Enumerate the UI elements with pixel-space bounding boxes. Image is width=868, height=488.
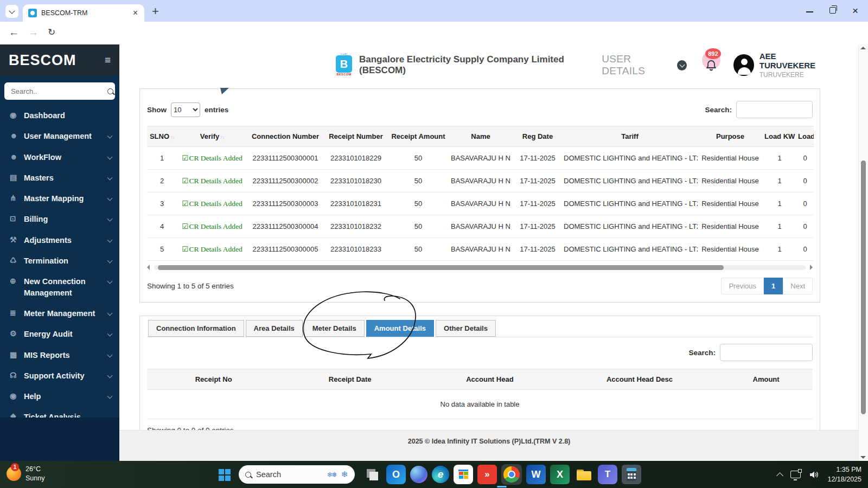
window-minimize-button[interactable] bbox=[806, 11, 813, 12]
sidebar-item-support-activity[interactable]: ☊Support Activity bbox=[0, 365, 119, 386]
user-details-dropdown[interactable]: USER DETAILS bbox=[602, 53, 687, 77]
column-header-receipt-no[interactable]: Receipt No bbox=[147, 369, 280, 390]
new-tab-button[interactable]: + bbox=[152, 4, 159, 18]
teams-icon[interactable]: T bbox=[598, 465, 617, 484]
back-button[interactable]: ← bbox=[9, 27, 19, 38]
column-header-account-head-desc[interactable]: Account Head Desc bbox=[560, 369, 719, 390]
column-header-connection-number[interactable]: Connection Number bbox=[247, 126, 323, 147]
microsoft-store-icon[interactable] bbox=[454, 465, 473, 484]
window-restore-button[interactable] bbox=[829, 7, 836, 14]
chevron-down-icon bbox=[107, 352, 113, 357]
page-size-select[interactable]: 10 bbox=[171, 102, 200, 117]
network-icon[interactable] bbox=[790, 471, 801, 478]
weather-widget[interactable]: 1 26°C Sunny bbox=[7, 465, 44, 483]
sidebar-item-help[interactable]: ◉Help bbox=[0, 386, 119, 407]
reload-button[interactable]: ↻ bbox=[48, 27, 55, 38]
column-header-name[interactable]: Name bbox=[448, 126, 513, 147]
taskbar-search[interactable]: Search ❄❅ ❄ bbox=[239, 465, 355, 484]
column-header-account-head[interactable]: Account Head bbox=[420, 369, 560, 390]
tab-amount-details[interactable]: Amount Details bbox=[366, 320, 434, 337]
column-header-receipt-number[interactable]: Receipt Number bbox=[323, 126, 388, 147]
amount-search-input[interactable] bbox=[720, 344, 813, 361]
column-header-slno[interactable]: SLNO↑↓ bbox=[147, 126, 177, 147]
calculator-icon[interactable] bbox=[622, 465, 641, 484]
outlook-icon[interactable]: O bbox=[386, 465, 406, 484]
dashboard-icon: ◉ bbox=[10, 110, 24, 121]
tab-other-details[interactable]: Other Details bbox=[436, 320, 496, 337]
column-header-amount[interactable]: Amount bbox=[719, 369, 813, 390]
horizontal-scrollbar[interactable] bbox=[147, 264, 813, 271]
sidebar-nav: ◉Dashboard☻User Management☻WorkFlow▤Mast… bbox=[0, 105, 119, 459]
notifications-button[interactable]: 892 bbox=[701, 52, 725, 78]
sidebar-item-termination[interactable]: ♺Termination bbox=[0, 251, 119, 271]
column-header-receipt-amount[interactable]: Receipt Amount bbox=[388, 126, 448, 147]
tray-overflow-icon[interactable] bbox=[777, 472, 784, 479]
sidebar-item-new-connection-management[interactable]: ⊕New Connection Management bbox=[0, 271, 119, 303]
word-icon[interactable]: W bbox=[526, 465, 546, 484]
scroll-left-arrow[interactable] bbox=[147, 265, 150, 270]
sidebar-item-mis-reports[interactable]: ▦MIS Reports bbox=[0, 345, 119, 365]
showing-entries-text: Showing 1 to 5 of 5 entries bbox=[147, 282, 234, 290]
column-header-reg-date[interactable]: Reg Date bbox=[513, 126, 562, 147]
table-row[interactable]: 2☑CR Details Added2233111250030000222331… bbox=[147, 170, 814, 192]
volume-icon[interactable] bbox=[809, 471, 819, 479]
sidebar-item-user-management[interactable]: ☻User Management bbox=[0, 126, 119, 146]
task-view-icon[interactable] bbox=[362, 465, 382, 484]
user-avatar[interactable] bbox=[733, 54, 754, 76]
sidebar-item-billing[interactable]: ⊡Billing bbox=[0, 209, 119, 229]
start-button[interactable] bbox=[219, 469, 231, 481]
vertical-scrollbar-thumb[interactable] bbox=[861, 160, 866, 414]
bescom-logo: ಬವಿಕಂ B BESCOM bbox=[334, 52, 354, 78]
tab-meter-details[interactable]: Meter Details bbox=[304, 320, 365, 337]
sidebar-search[interactable] bbox=[4, 82, 115, 100]
next-page-button[interactable]: Next bbox=[783, 278, 813, 294]
tab-search-button[interactable] bbox=[5, 5, 18, 18]
scroll-up-arrow[interactable] bbox=[860, 47, 866, 49]
clock[interactable]: 1:35 PM 12/18/2025 bbox=[827, 465, 861, 484]
page-1-button[interactable]: 1 bbox=[764, 278, 783, 294]
tab-connection-information[interactable]: Connection Information bbox=[148, 320, 244, 337]
sidebar-item-energy-audit[interactable]: ⚙Energy Audit bbox=[0, 324, 119, 344]
sidebar-item-master-mapping[interactable]: ⋔Master Mapping bbox=[0, 188, 119, 209]
previous-page-button[interactable]: Previous bbox=[721, 278, 764, 294]
sidebar-item-workflow[interactable]: ☻WorkFlow bbox=[0, 147, 119, 168]
excel-icon[interactable]: X bbox=[550, 465, 570, 484]
table-row[interactable]: 3☑CR Details Added2233111250030000322331… bbox=[147, 192, 814, 215]
tab-area-details[interactable]: Area Details bbox=[246, 320, 303, 337]
edge-icon[interactable]: e bbox=[432, 466, 449, 483]
column-header-receipt-date[interactable]: Receipt Date bbox=[280, 369, 420, 390]
sidebar-item-adjustments[interactable]: ⚒Adjustments bbox=[0, 230, 119, 251]
sidebar-search-input[interactable] bbox=[10, 87, 107, 96]
check-icon: ☑ bbox=[182, 200, 188, 208]
table-row[interactable]: 1☑CR Details Added2233111250030000122331… bbox=[147, 147, 814, 170]
forward-button[interactable]: → bbox=[28, 27, 39, 38]
chevron-down-icon bbox=[107, 196, 113, 201]
check-icon: ☑ bbox=[182, 177, 188, 185]
snowflakes-decoration: ❄❅ bbox=[327, 471, 336, 479]
column-header-load-kw[interactable]: Load KW bbox=[763, 126, 796, 147]
column-header-verify[interactable]: Verify↑↓ bbox=[177, 126, 247, 147]
column-header-tariff[interactable]: Tariff bbox=[562, 126, 698, 147]
red-app-icon[interactable]: » bbox=[477, 465, 497, 484]
scroll-right-arrow[interactable] bbox=[810, 265, 813, 270]
sidebar-item-meter-management[interactable]: ≣Meter Management bbox=[0, 303, 119, 324]
table-row[interactable]: 5☑CR Details Added2233111250030000522331… bbox=[147, 238, 814, 261]
column-header-load[interactable]: Load bbox=[796, 126, 814, 147]
column-header-purpose[interactable]: Purpose bbox=[698, 126, 763, 147]
table-row[interactable]: 4☑CR Details Added2233111250030000422331… bbox=[147, 215, 814, 238]
hamburger-menu-icon[interactable]: ≡ bbox=[105, 54, 111, 66]
sort-icon: ↑↓ bbox=[220, 134, 224, 140]
sidebar-footer-strip bbox=[0, 418, 119, 461]
sidebar-item-dashboard[interactable]: ◉Dashboard bbox=[0, 105, 119, 126]
tab-close-icon[interactable]: × bbox=[132, 9, 139, 17]
sidebar-item-masters[interactable]: ▤Masters bbox=[0, 168, 119, 188]
window-close-button[interactable]: × bbox=[852, 5, 858, 16]
vertical-scrollbar[interactable] bbox=[858, 44, 868, 461]
scroll-down-arrow[interactable] bbox=[860, 456, 866, 459]
browser-tab[interactable]: BESCOM-TRM × bbox=[23, 4, 144, 22]
file-explorer-icon[interactable] bbox=[574, 465, 593, 484]
horizontal-scrollbar-thumb[interactable] bbox=[158, 265, 724, 270]
report-search-input[interactable] bbox=[736, 101, 813, 118]
chrome-icon-active[interactable] bbox=[501, 464, 522, 485]
copilot-icon[interactable] bbox=[410, 466, 427, 483]
